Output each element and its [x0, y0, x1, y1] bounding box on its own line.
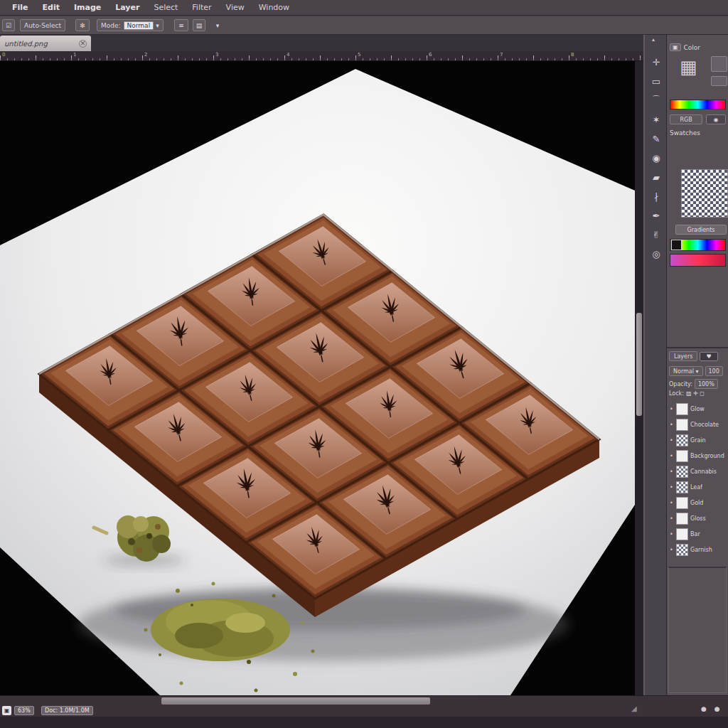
color-option-button[interactable] [711, 76, 727, 86]
mode-combo[interactable]: Mode: Normal ▾ [97, 19, 164, 31]
menu-item-filter[interactable]: Filter [186, 1, 218, 14]
collapse-strip-icon[interactable]: ▴ [652, 36, 655, 43]
horizontal-ruler: 012345678 [0, 51, 643, 61]
layer-row[interactable]: •Garnish [667, 542, 728, 557]
align-left-icon[interactable]: ≡ [174, 19, 188, 31]
menu-item-window[interactable]: Window [252, 1, 296, 14]
color-panel-header[interactable]: ▣ Color [670, 43, 700, 51]
ruler-label: 0 [2, 52, 5, 58]
layer-visibility-icon[interactable]: • [670, 484, 674, 491]
layer-row[interactable]: •Chocolate [667, 417, 728, 432]
layers-panel: Layers ♥ Normal ▾ 100 Opacity: 100% Lock… [667, 347, 728, 728]
align-grid-icon[interactable]: ▤ [193, 19, 205, 31]
layer-name: Gloss [690, 515, 706, 522]
mode-field[interactable]: Normal [124, 21, 154, 30]
layer-visibility-icon[interactable]: • [670, 500, 674, 506]
doc-size-chip: Doc: 1.0M/1.0M [41, 706, 93, 715]
layer-thumbnail[interactable] [676, 497, 688, 509]
brush-tool-icon[interactable]: ✎ [648, 130, 665, 147]
layer-visibility-icon[interactable]: • [670, 406, 674, 412]
fill-field[interactable]: 100 [705, 366, 723, 376]
hue-spectrum-bar[interactable] [670, 100, 726, 109]
layer-thumbnail[interactable] [676, 450, 688, 462]
layer-row[interactable]: •Cannabis [667, 464, 728, 479]
ruler-label: 5 [358, 52, 360, 58]
lasso-tool-icon[interactable]: ⌒ [648, 92, 665, 109]
layer-thumbnail[interactable] [676, 513, 688, 525]
panel-menu-icon[interactable]: ♥ [700, 352, 717, 361]
layer-row[interactable]: •Gloss [667, 510, 728, 526]
tab-rgb[interactable]: RGB [670, 114, 702, 124]
layer-thumbnail[interactable] [676, 466, 688, 478]
transparency-swatch[interactable] [681, 169, 728, 218]
document-tab[interactable]: untitled.png ✕ [0, 36, 91, 51]
eraser-tool-icon[interactable]: ▰ [648, 168, 665, 186]
blend-mode-select[interactable]: Normal ▾ [669, 366, 703, 376]
photo-editor-window: FileEditImageLayerSelectFilterViewWindow… [0, 0, 728, 728]
layer-name: Background [690, 453, 724, 459]
layer-visibility-icon[interactable]: • [670, 469, 674, 475]
layer-thumbnail[interactable] [676, 544, 688, 556]
menu-item-view[interactable]: View [220, 1, 251, 14]
layer-row[interactable]: •Bar [667, 526, 728, 542]
layer-thumbnail[interactable] [676, 434, 688, 446]
zoom-level-chip[interactable]: 63% [14, 706, 34, 715]
layer-thumbnail[interactable] [676, 481, 688, 493]
layer-name: Garnish [690, 547, 712, 553]
layer-visibility-icon[interactable]: • [670, 547, 674, 553]
clone-stamp-tool-icon[interactable]: ◉ [648, 149, 665, 166]
menu-item-file[interactable]: File [6, 1, 35, 14]
opacity-field[interactable]: 100% [695, 379, 718, 389]
gradient-preset-pink[interactable] [670, 254, 726, 267]
visibility-toggle-icon[interactable]: ◉ [706, 114, 726, 124]
mode-caret-icon[interactable]: ▾ [156, 22, 159, 29]
layer-thumbnail[interactable] [676, 419, 688, 431]
layer-thumbnail[interactable] [676, 403, 688, 415]
panel-header-icon: ▣ [670, 43, 681, 51]
ruler-label: 8 [571, 52, 574, 58]
layer-row[interactable]: •Glow [667, 401, 728, 417]
move-tool-icon[interactable]: ✛ [648, 53, 665, 70]
layer-row[interactable]: •Leaf [667, 479, 728, 495]
menu-item-select[interactable]: Select [147, 1, 184, 14]
layer-thumbnail[interactable] [676, 528, 688, 540]
eyedropper-tool-icon[interactable]: ∤ [648, 188, 665, 205]
lock-icons[interactable]: ▨ ✛ ◻ [686, 390, 705, 397]
vertical-scrollbar[interactable] [635, 61, 643, 695]
panel-footer-buttons[interactable]: ● ● [701, 705, 723, 712]
layer-visibility-icon[interactable]: • [670, 531, 674, 537]
swatches-panel-header[interactable]: Swatches [670, 129, 700, 136]
layer-visibility-icon[interactable]: • [670, 422, 674, 428]
marquee-tool-icon[interactable]: ▭ [648, 73, 665, 90]
ruler-label: 4 [287, 52, 289, 58]
menu-item-layer[interactable]: Layer [109, 1, 146, 14]
color-swap-button[interactable] [711, 56, 727, 72]
layer-visibility-icon[interactable]: • [670, 515, 674, 522]
layer-name: Bar [690, 531, 700, 537]
horizontal-scrollbar-thumb[interactable] [161, 697, 430, 705]
status-bar: ▣ 63% Doc: 1.0M/1.0M ◢ ● ● [0, 695, 728, 717]
layer-row[interactable]: •Background [667, 448, 728, 464]
menu-item-edit[interactable]: Edit [36, 1, 66, 14]
canvas-area[interactable] [0, 61, 635, 695]
vertical-scrollbar-thumb[interactable] [636, 313, 642, 416]
opacity-label: Opacity: [669, 381, 692, 387]
foreground-color-swatch[interactable] [671, 240, 682, 250]
menu-item-image[interactable]: Image [68, 1, 107, 14]
tool-preset-checkbox[interactable]: ☑ [2, 19, 15, 31]
layer-visibility-icon[interactable]: • [670, 453, 674, 459]
pen-tool-icon[interactable]: ✒ [648, 207, 665, 224]
picker-preview-icon[interactable]: ▦ [680, 56, 697, 77]
auto-select-button[interactable]: Auto-Select [20, 19, 65, 31]
resize-grip-icon[interactable]: ◢ [631, 705, 637, 712]
tab-layers[interactable]: Layers [669, 351, 697, 361]
close-icon[interactable]: ✕ [79, 40, 87, 48]
zoom-tool-icon[interactable]: ◎ [648, 245, 665, 262]
layer-row[interactable]: •Grain [667, 432, 728, 448]
more-options-caret-icon[interactable]: ▾ [212, 19, 223, 31]
hand-tool-icon[interactable]: ✌ [648, 226, 665, 243]
magic-wand-tool-icon[interactable]: ✶ [648, 111, 665, 128]
layer-visibility-icon[interactable]: • [670, 437, 674, 444]
gear-icon[interactable]: ✻ [75, 19, 90, 31]
layer-row[interactable]: •Gold [667, 495, 728, 510]
